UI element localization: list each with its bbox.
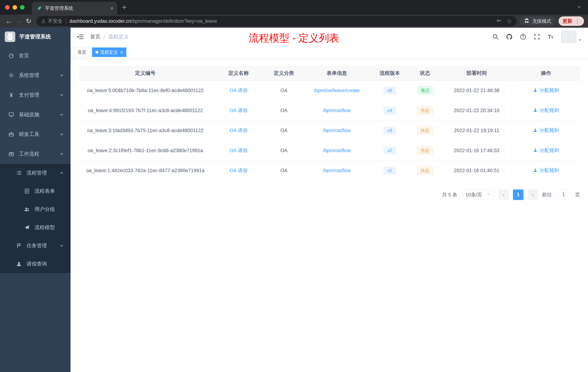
sidebar-item-devtools[interactable]: 研发工具 bbox=[0, 124, 71, 144]
bookmark-star-icon[interactable]: ☆ bbox=[506, 17, 512, 25]
cell-category: OA bbox=[265, 120, 303, 141]
github-icon[interactable] bbox=[506, 33, 513, 40]
browser-menu-icon[interactable]: ⋮ bbox=[575, 18, 580, 24]
browser-tab[interactable]: 芋道管理系统 × bbox=[32, 2, 117, 15]
pagination: 共 5 条 10条/页 ‹ 1 › 前往 页 bbox=[79, 189, 580, 200]
sidebar-item-process-form[interactable]: 流程表单 bbox=[0, 182, 71, 200]
page-number-1[interactable]: 1 bbox=[513, 189, 524, 200]
update-button[interactable]: 更新 ⋮ bbox=[558, 16, 584, 26]
cell-definition-name: OA 请假 bbox=[212, 141, 265, 161]
plane-icon bbox=[23, 225, 31, 230]
window-minimize-button[interactable] bbox=[12, 5, 17, 10]
reload-icon[interactable]: ↻ bbox=[24, 16, 33, 26]
monitor-icon bbox=[8, 112, 15, 118]
goto-page-input[interactable] bbox=[556, 189, 571, 200]
sidebar-item-home[interactable]: 首页 bbox=[0, 46, 71, 66]
chevron-up-icon bbox=[59, 152, 64, 156]
cell-definition-name: OA 请假 bbox=[212, 120, 265, 141]
window-zoom-button[interactable] bbox=[20, 5, 25, 10]
fullscreen-icon[interactable] bbox=[534, 33, 540, 40]
table-row: oa_leave:3:1fad3d93-7b75-11ec-a3c8-acde4… bbox=[79, 120, 580, 141]
definition-name-link[interactable]: OA 请假 bbox=[230, 128, 248, 133]
form-info-link[interactable]: /bpm/oa/flow bbox=[323, 108, 351, 113]
cell-definition-id: oa_leave:2:3c1f0ef1-76b1-11ec-9c66-a2380… bbox=[79, 141, 212, 161]
assign-rule-label: 分配规则 bbox=[539, 167, 559, 174]
cell-actions: 分配规则 bbox=[512, 141, 580, 161]
sidebar-item-user-group[interactable]: 用户分组 bbox=[0, 200, 71, 219]
user-avatar-menu[interactable] bbox=[561, 31, 582, 43]
sidebar-item-label: 工作流程 bbox=[19, 151, 39, 157]
sidebar-item-task-management[interactable]: 任务管理 bbox=[0, 237, 71, 255]
sidebar-item-workflow[interactable]: 工作流程 bbox=[0, 144, 71, 164]
sidebar-item-label: 流程表单 bbox=[34, 188, 55, 195]
cell-status: 挂起 bbox=[409, 100, 441, 120]
insecure-warning-icon[interactable]: ⚠ bbox=[41, 18, 46, 24]
cell-form-info: /bpm/oa/flow bbox=[303, 161, 371, 181]
tag-close-icon[interactable]: × bbox=[120, 50, 123, 55]
sidebar-item-label: 流程模型 bbox=[34, 224, 55, 231]
sidebar-item-process-management[interactable]: 流程管理 bbox=[0, 164, 71, 182]
forward-icon[interactable]: → bbox=[14, 16, 24, 26]
security-label[interactable]: 不安全 bbox=[48, 18, 63, 24]
next-page-button[interactable]: › bbox=[527, 189, 538, 200]
tag-item[interactable]: 首页 bbox=[74, 47, 90, 57]
definition-name-link[interactable]: OA 请假 bbox=[230, 88, 248, 93]
prev-page-button[interactable]: ‹ bbox=[498, 189, 509, 200]
form-info-link[interactable]: /bpm/oa/flow bbox=[323, 168, 351, 173]
assign-rule-button[interactable]: 分配规则 bbox=[533, 127, 559, 134]
cell-definition-name: OA 请假 bbox=[212, 80, 265, 100]
assign-rule-button[interactable]: 分配规则 bbox=[533, 147, 559, 153]
assign-rule-button[interactable]: 分配规则 bbox=[533, 167, 559, 174]
form-info-link[interactable]: /bpm/oa/flow bbox=[323, 128, 351, 133]
help-icon[interactable] bbox=[520, 33, 526, 40]
sidebar-item-process-model[interactable]: 流程模型 bbox=[0, 219, 71, 237]
cell-actions: 分配规则 bbox=[512, 161, 580, 181]
address-bar[interactable]: ⚠ 不安全 dashboard.yudao.iocoder.cn /bpm/ma… bbox=[36, 16, 517, 26]
hamburger-icon[interactable] bbox=[76, 33, 84, 41]
column-header: 表单信息 bbox=[303, 66, 371, 80]
version-tag: v3 bbox=[384, 127, 396, 134]
page-size-select[interactable]: 10条/页 bbox=[462, 189, 494, 200]
url-host: dashboard.yudao.iocoder.cn bbox=[69, 18, 131, 24]
cell-definition-name: OA 请假 bbox=[212, 161, 265, 181]
form-info-link[interactable]: /bpm/oa/flow bbox=[323, 148, 351, 153]
tag-label: 流程定义 bbox=[100, 49, 118, 55]
assign-rule-button[interactable]: 分配规则 bbox=[533, 107, 559, 114]
sidebar-item-leave-query[interactable]: 请假查询 bbox=[0, 255, 71, 273]
avatar[interactable] bbox=[561, 31, 576, 43]
window-close-button[interactable] bbox=[5, 5, 10, 10]
definition-name-link[interactable]: OA 请假 bbox=[230, 108, 248, 113]
tag-active[interactable]: 流程定义× bbox=[92, 47, 126, 57]
breadcrumb-home[interactable]: 首页 bbox=[90, 33, 100, 40]
cell-category: OA bbox=[265, 141, 303, 161]
font-size-icon[interactable] bbox=[547, 33, 554, 40]
new-tab-button[interactable]: + bbox=[122, 3, 127, 11]
definition-name-link[interactable]: OA 请假 bbox=[230, 168, 248, 173]
browser-tabstrip: 芋道管理系统 × + bbox=[0, 0, 588, 15]
sidebar-item-label: 请假查询 bbox=[27, 261, 47, 267]
sidebar-item-system[interactable]: 系统管理 bbox=[0, 66, 71, 85]
cell-version: v3 bbox=[371, 120, 409, 141]
status-badge: 挂起 bbox=[417, 126, 433, 135]
goto-label: 前往 bbox=[542, 191, 552, 198]
cell-version: v2 bbox=[371, 141, 409, 161]
sidebar-menu: 首页系统管理支付管理基础设施研发工具工作流程流程管理流程表单用户分组流程模型任务… bbox=[0, 46, 71, 273]
form-info-link[interactable]: /bpm/oa/leave/create bbox=[314, 88, 360, 93]
back-icon[interactable]: ← bbox=[4, 16, 14, 26]
definition-name-link[interactable]: OA 请假 bbox=[230, 148, 248, 153]
assign-rule-button[interactable]: 分配规则 bbox=[533, 87, 559, 94]
tab-search-icon[interactable] bbox=[577, 4, 582, 10]
cell-status: 挂起 bbox=[409, 141, 441, 161]
tab-close-icon[interactable]: × bbox=[110, 5, 114, 11]
column-header: 状态 bbox=[409, 66, 441, 80]
sidebar-logo[interactable]: 芋道管理系统 bbox=[0, 28, 71, 46]
search-icon[interactable] bbox=[492, 33, 499, 40]
cell-form-info: /bpm/oa/flow bbox=[303, 141, 371, 161]
column-header: 定义分类 bbox=[265, 66, 303, 80]
password-key-icon[interactable] bbox=[496, 18, 502, 25]
page-size-value: 10条/页 bbox=[465, 191, 482, 198]
cell-category: OA bbox=[265, 100, 303, 120]
cell-category: OA bbox=[265, 161, 303, 181]
sidebar-item-payment[interactable]: 支付管理 bbox=[0, 85, 71, 105]
sidebar-item-infrastructure[interactable]: 基础设施 bbox=[0, 105, 71, 124]
